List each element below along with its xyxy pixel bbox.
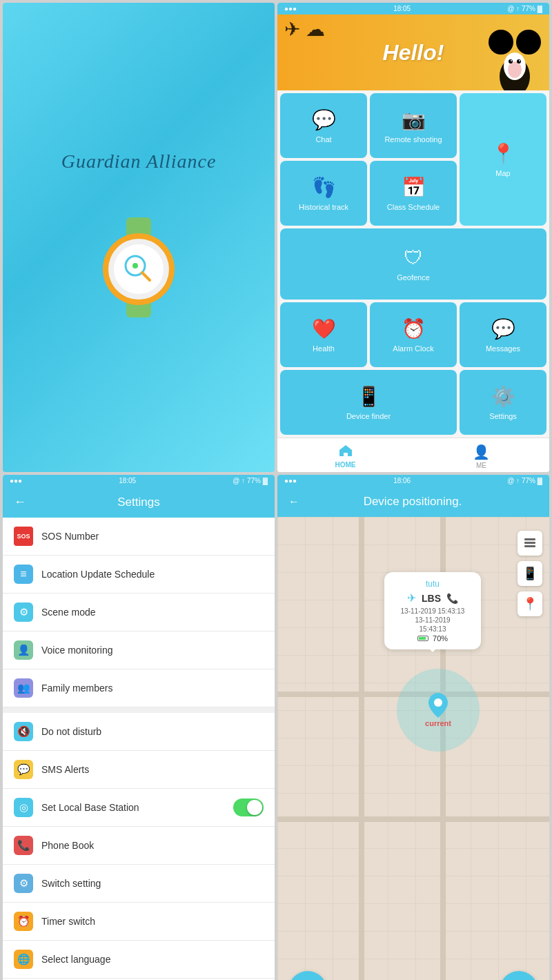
map-bottom-bar: 👁 Switch 👥 Device <box>277 964 549 980</box>
current-pin-icon <box>428 693 448 722</box>
banner-decoration: ✈ ☁ <box>284 18 325 41</box>
remote-label: Remote shooting <box>384 135 442 144</box>
settings-item-timer[interactable]: ⏰ Timer switch <box>3 903 275 941</box>
svg-point-15 <box>511 60 512 61</box>
battery-bar-icon <box>417 636 428 641</box>
nav-home[interactable]: HOME <box>277 444 413 469</box>
lbs-row: ✈ LBS 📞 <box>394 591 471 605</box>
language-icon: 🌐 <box>14 950 33 969</box>
nav-home-label: HOME <box>335 461 356 469</box>
svg-rect-18 <box>524 542 535 544</box>
positioning-panel: ●●● 18:06 @ ↑ 77% ▓ ← Device positioning… <box>277 475 549 980</box>
home-nav-icon <box>338 444 353 460</box>
svg-point-16 <box>519 60 520 61</box>
svg-point-7 <box>132 263 138 268</box>
lbs-icon: ◎ <box>14 798 33 817</box>
grid-schedule[interactable]: 📅 Class Schedule <box>370 161 457 226</box>
svg-point-14 <box>517 59 521 63</box>
settings-item-language[interactable]: 🌐 Select language <box>3 941 275 979</box>
grid-device-finder[interactable]: 📱 Device finder <box>280 370 457 435</box>
banner-hello-text: Hello! <box>383 40 444 66</box>
home-time: 18:05 <box>393 5 411 12</box>
settings-item-voice[interactable]: 👤 Voice monitoring <box>3 631 275 669</box>
grid-chat[interactable]: 💬 Chat <box>280 93 367 158</box>
sms-icon: 💬 <box>14 760 33 779</box>
alarm-label: Alarm Clock <box>393 344 433 353</box>
alarm-icon: ⏰ <box>402 317 426 340</box>
settings-item-sms[interactable]: 💬 SMS Alerts <box>3 751 275 789</box>
language-label: Select language <box>41 954 264 965</box>
phonebook-label: Phone Book <box>41 840 264 851</box>
battery-percent: 70% <box>433 634 448 643</box>
nav-me[interactable]: 👤 ME <box>413 444 549 469</box>
settings-item-family[interactable]: 👥 Family members <box>3 669 275 707</box>
current-label: current <box>425 719 451 727</box>
timer-icon: ⏰ <box>14 912 33 931</box>
positioning-back-button[interactable]: ← <box>288 496 299 508</box>
device-name: tutu <box>394 579 471 589</box>
nav-me-label: ME <box>476 462 486 469</box>
sos-icon: SOS <box>14 527 33 546</box>
settings-back-button[interactable]: ← <box>14 495 26 509</box>
grid-alarm[interactable]: ⏰ Alarm Clock <box>370 302 457 367</box>
sms-label: SMS Alerts <box>41 764 264 775</box>
home-panel: ●●● 18:05 @ ↑ 77% ▓ ✈ ☁ Hello! <box>277 3 549 472</box>
settings-item-phonebook[interactable]: 📞 Phone Book <box>3 827 275 865</box>
health-icon: ❤️ <box>312 317 336 340</box>
settings-item-lbs[interactable]: ◎ Set Local Base Station <box>3 789 275 827</box>
remote-icon: 📷 <box>402 108 426 131</box>
settings-title: Settings <box>33 496 244 509</box>
pos-time: 18:06 <box>393 477 411 484</box>
geofence-label: Geofence <box>397 273 430 282</box>
settings-battery: @ ↑ 77% ▓ <box>233 477 268 484</box>
location-circle: current <box>397 669 480 752</box>
historical-icon: 👣 <box>312 176 336 199</box>
disturb-icon: 🔇 <box>14 722 33 741</box>
map-tool-phone[interactable]: 📱 <box>518 561 542 586</box>
settings-item-location[interactable]: ≡ Location Update Schedule <box>3 556 275 594</box>
map-label: Map <box>495 169 510 177</box>
location-bubble: tutu ✈ LBS 📞 13-11-2019 15:43:13 13-11-2… <box>384 572 481 649</box>
map-tool-layers[interactable] <box>518 531 542 556</box>
map-road-h2 <box>277 816 549 822</box>
settings-status-bar: ●●● 18:05 @ ↑ 77% ▓ <box>3 475 275 487</box>
app-title: Guardian Alliance <box>61 150 217 173</box>
grid-messages[interactable]: 💬 Messages <box>460 302 546 367</box>
lbs-label: Set Local Base Station <box>41 802 225 813</box>
location-icon: ≡ <box>14 565 33 584</box>
signal-icon: ●●● <box>284 5 297 12</box>
settings-item-scene[interactable]: ⚙ Scene mode <box>3 594 275 631</box>
grid-health[interactable]: ❤️ Health <box>280 302 367 367</box>
family-icon: 👥 <box>14 678 33 698</box>
device-finder-icon: 📱 <box>357 385 381 408</box>
lbs-toggle[interactable] <box>233 798 264 816</box>
svg-point-13 <box>509 59 513 63</box>
map-icon: 📍 <box>491 142 515 165</box>
bubble-date2: 13-11-2019 <box>394 616 471 624</box>
grid-remote-shooting[interactable]: 📷 Remote shooting <box>370 93 457 158</box>
grid-geofence[interactable]: 🛡 Geofence <box>280 228 546 300</box>
map-tool-location[interactable]: 📍 <box>518 591 542 616</box>
location-label: Location Update Schedule <box>41 569 264 580</box>
me-nav-icon: 👤 <box>473 444 490 460</box>
settings-time: 18:05 <box>119 477 136 484</box>
lbs-text: LBS <box>422 593 441 604</box>
schedule-icon: 📅 <box>402 176 426 199</box>
voice-icon: 👤 <box>14 640 33 660</box>
disturb-label: Do not disturb <box>41 726 264 737</box>
home-grid: 💬 Chat 📷 Remote shooting 📍 Map 👣 Histori… <box>277 90 549 438</box>
grid-historical[interactable]: 👣 Historical track <box>280 161 367 226</box>
settings-item-sos[interactable]: SOS SOS Number <box>3 518 275 556</box>
grid-map[interactable]: 📍 Map <box>460 93 546 226</box>
map-road-v1 <box>359 517 364 980</box>
settings-item-switch[interactable]: ⚙ Switch setting <box>3 865 275 903</box>
grid-settings[interactable]: ⚙️ Settings <box>460 370 546 435</box>
scene-label: Scene mode <box>41 607 264 618</box>
switch-button[interactable]: 👁 Switch <box>288 971 327 980</box>
current-location: current <box>425 693 451 727</box>
voice-label: Voice monitoring <box>41 645 264 656</box>
bubble-callout: tutu ✈ LBS 📞 13-11-2019 15:43:13 13-11-2… <box>384 572 481 649</box>
map-area: 📱 📍 tutu ✈ LBS 📞 13-11-2019 15:43:13 13-… <box>277 517 549 980</box>
settings-item-disturb[interactable]: 🔇 Do not disturb <box>3 713 275 751</box>
device-button[interactable]: 👥 Device <box>500 971 538 980</box>
